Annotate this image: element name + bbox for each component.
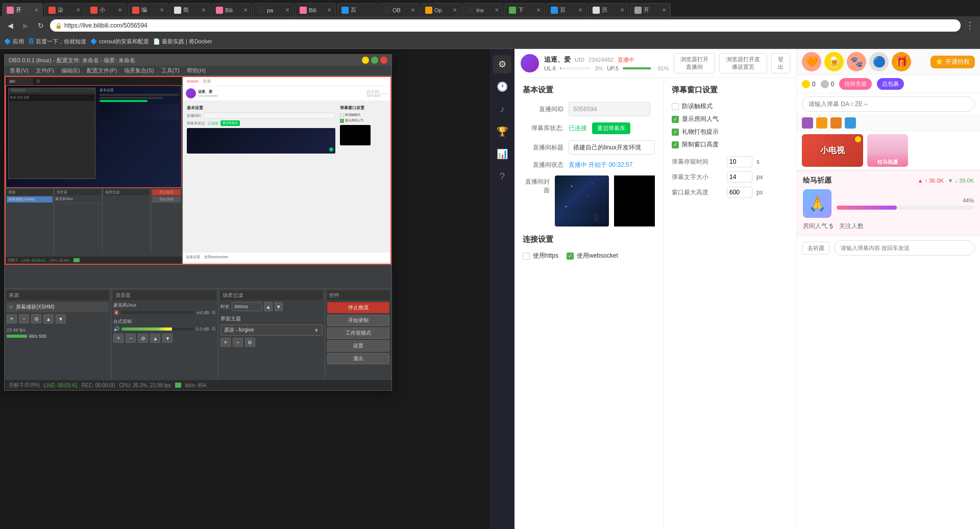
tab-close[interactable]: ✕: [76, 7, 80, 13]
obs-exit-btn[interactable]: 退出: [327, 353, 389, 364]
gift-icon-5[interactable]: 🎁: [892, 52, 911, 71]
emoji-purple[interactable]: [802, 117, 813, 129]
desk-mute-icon[interactable]: 🔊: [113, 326, 119, 332]
tab-close[interactable]: ✕: [662, 7, 666, 13]
obs-add-source-btn[interactable]: +: [7, 314, 17, 323]
tab-item[interactable]: 百: [337, 3, 378, 16]
emoji-blue[interactable]: [845, 117, 856, 129]
max-height-input[interactable]: [727, 187, 752, 198]
anti-touch-checkbox[interactable]: [672, 103, 679, 110]
obs-menu-tools[interactable]: 工具(T): [158, 66, 183, 75]
obs-up-source-btn[interactable]: ▲: [43, 314, 54, 323]
bookmark-consul[interactable]: 🔷 consul的安装和配置: [90, 38, 149, 45]
obs-minimize-btn[interactable]: [362, 57, 369, 64]
gift-icon-1[interactable]: 🧡: [802, 52, 821, 71]
duration-up-btn[interactable]: ▲: [264, 302, 273, 311]
mixer-remove-btn[interactable]: −: [126, 334, 136, 343]
open-settings-page-btn[interactable]: 浏览器打开直播设置页: [719, 53, 768, 73]
tab-close[interactable]: ✕: [578, 7, 582, 13]
special-privilege-btn[interactable]: ⭐ 开通特权: [930, 56, 975, 68]
gift-icon-2[interactable]: 🍺: [824, 52, 844, 71]
tab-close[interactable]: ✕: [327, 7, 331, 13]
logout-btn[interactable]: 登出: [771, 53, 790, 73]
obs-menu-file[interactable]: 文件(F): [33, 66, 57, 75]
nav-music-icon[interactable]: ♪: [493, 100, 511, 118]
obs-start-record-btn[interactable]: 开始录制: [327, 315, 389, 326]
tab-item[interactable]: pa ✕: [253, 3, 294, 16]
nav-chart-icon[interactable]: 📊: [493, 145, 511, 163]
obs-source-item[interactable]: 👁 屏幕捕获(XSHM): [7, 302, 109, 312]
tab-close[interactable]: ✕: [620, 7, 624, 13]
mixer-down-btn[interactable]: ▼: [162, 334, 173, 343]
mic-settings-icon[interactable]: ⚙: [211, 310, 216, 315]
duration-input[interactable]: 300ms: [232, 302, 262, 311]
obs-work-mode-btn[interactable]: 工作室模式: [327, 328, 389, 339]
tab-item[interactable]: Ins ✕: [462, 3, 503, 16]
nav-award-icon[interactable]: 🏆: [493, 122, 511, 141]
bookmark-apps[interactable]: 🔷 应用: [4, 38, 24, 45]
show-popularity-checkbox[interactable]: ✓: [672, 116, 679, 123]
extensions-button[interactable]: ⋮: [964, 19, 976, 32]
tab-close[interactable]: ✕: [243, 7, 248, 13]
obs-maximize-btn[interactable]: [371, 57, 378, 64]
obs-menu-help[interactable]: 帮助(H): [184, 66, 209, 75]
tab-item[interactable]: Op ✕: [421, 3, 461, 16]
obs-menu-edit[interactable]: 编辑(E): [58, 66, 83, 75]
obs-remove-source-btn[interactable]: −: [19, 314, 29, 323]
obs-close-btn[interactable]: [380, 57, 387, 64]
tab-item[interactable]: 小 ✕: [86, 3, 127, 16]
tab-item[interactable]: 柒 ✕: [44, 3, 85, 16]
duration-down-btn[interactable]: ▼: [275, 302, 283, 311]
scene-theme-dropdown[interactable]: 原谅 - forgive ▼: [220, 324, 323, 336]
tab-item[interactable]: 下 ✕: [504, 3, 545, 16]
refresh-button[interactable]: ↻: [35, 19, 47, 32]
tab-item[interactable]: 编 ✕: [128, 3, 168, 16]
tab-active[interactable]: 开 ✕: [2, 3, 43, 16]
room-id-input[interactable]: 5056594: [569, 102, 650, 116]
tab-item[interactable]: 开 ✕: [630, 3, 671, 16]
mixer-up-btn[interactable]: ▲: [150, 334, 160, 343]
tab-close[interactable]: ✕: [536, 7, 541, 13]
limit-height-checkbox[interactable]: ✓: [672, 141, 679, 148]
tab-item[interactable]: OB ✕: [379, 3, 420, 16]
nav-help-icon[interactable]: ?: [493, 167, 511, 186]
tab-item[interactable]: 历 ✕: [588, 3, 629, 16]
pray-action-btn[interactable]: 去祈愿: [802, 242, 830, 255]
obs-menu-scene-collection[interactable]: 场景集合(S): [121, 66, 157, 75]
emoji-yellow[interactable]: [816, 117, 827, 129]
tab-close[interactable]: ✕: [411, 7, 415, 13]
pack-btn[interactable]: 总包裹: [877, 78, 904, 90]
stream-title-input[interactable]: 搭建自己的linux开发环境: [569, 140, 655, 155]
tab-close[interactable]: ✕: [453, 7, 457, 13]
back-button[interactable]: ◀: [4, 19, 16, 32]
tab-item[interactable]: Bili ✕: [295, 3, 336, 16]
address-bar[interactable]: 🔒 https://live.bilibili.com/5056594: [50, 19, 961, 32]
scene-add-btn[interactable]: +: [220, 338, 231, 347]
emoji-orange[interactable]: [830, 117, 842, 129]
mixer-add-btn[interactable]: +: [113, 334, 124, 343]
gift-icon-3[interactable]: 🐾: [847, 52, 866, 71]
nav-settings-icon[interactable]: ⚙: [493, 55, 511, 73]
stop-time-input[interactable]: [727, 156, 752, 167]
show-gift-checkbox[interactable]: ✓: [672, 129, 679, 136]
bookmark-baidu[interactable]: 百 百度一下，你就知道: [28, 37, 86, 46]
websocket-checkbox[interactable]: ✓: [567, 253, 574, 260]
chat-send-input[interactable]: [834, 240, 975, 256]
charge-btn[interactable]: 信仰充值: [839, 78, 872, 90]
obs-stop-push-btn[interactable]: 停止推流: [327, 302, 389, 313]
obs-menu-profile[interactable]: 配置文件(P): [84, 66, 120, 75]
gift-icon-4[interactable]: 🔵: [869, 52, 889, 71]
reconnect-danmaku-btn[interactable]: 重启弹幕库: [592, 122, 630, 134]
mixer-settings-btn[interactable]: ⚙: [138, 334, 148, 343]
tab-close[interactable]: ✕: [160, 7, 164, 13]
https-checkbox[interactable]: [523, 253, 530, 260]
nav-history-icon[interactable]: 🕐: [493, 78, 511, 96]
tab-close[interactable]: ✕: [285, 7, 289, 13]
mic-mute-icon[interactable]: 🔇: [113, 310, 119, 315]
tab-close[interactable]: ✕: [34, 7, 38, 13]
scene-settings-btn[interactable]: ⚙: [245, 338, 255, 347]
tab-close[interactable]: ✕: [495, 7, 499, 13]
scene-remove-btn[interactable]: −: [233, 338, 243, 347]
tab-item[interactable]: Bili ✕: [211, 3, 252, 16]
tab-close[interactable]: ✕: [118, 7, 122, 13]
